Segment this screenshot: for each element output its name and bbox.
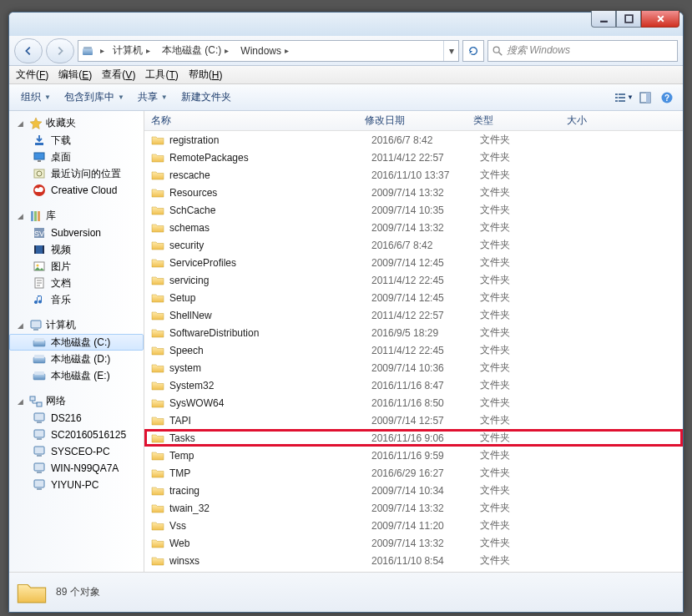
search-input[interactable]: 搜索 Windows (487, 40, 678, 62)
breadcrumb-segment[interactable]: 计算机▸ (108, 41, 157, 61)
svg-rect-43 (37, 422, 42, 423)
file-row[interactable]: SchCache2009/7/14 10:35文件夹 (144, 201, 683, 219)
help-button[interactable]: ? (656, 87, 678, 109)
file-row[interactable]: RemotePackages2011/4/12 22:57文件夹 (144, 149, 683, 166)
tree-item[interactable]: WIN-N99QA7A (9, 460, 144, 477)
column-name[interactable]: 名称 (144, 114, 358, 128)
item-icon (33, 243, 46, 256)
breadcrumb-segment[interactable]: Windows▸ (235, 41, 295, 61)
organize-button[interactable]: 组织▼ (14, 87, 58, 109)
navigation-bar: ▸ 计算机▸ 本地磁盘 (C:)▸ Windows▸ ▾ 搜索 Windows (9, 36, 683, 66)
forward-button[interactable] (46, 38, 74, 63)
expander-icon[interactable]: ◢ (18, 397, 26, 406)
tree-item[interactable]: 音乐 (9, 291, 144, 308)
tree-item[interactable]: 本地磁盘 (D:) (9, 351, 144, 367)
tree-item[interactable]: 本地磁盘 (C:) (9, 334, 144, 351)
include-in-library-button[interactable]: 包含到库中▼ (58, 87, 131, 109)
folder-icon (151, 554, 164, 568)
expander-icon[interactable]: ◢ (18, 321, 26, 330)
folder-icon (151, 186, 164, 199)
expander-icon[interactable]: ◢ (18, 119, 26, 128)
tree-item[interactable]: SYSCEO-PC (9, 443, 144, 460)
column-date[interactable]: 修改日期 (358, 114, 467, 128)
menu-h[interactable]: 帮助(H) (184, 66, 228, 83)
menu-e[interactable]: 编辑(E) (53, 66, 97, 83)
tree-item[interactable]: 桌面 (9, 149, 144, 165)
close-button[interactable] (641, 11, 679, 28)
file-row[interactable]: System322016/11/16 8:47文件夹 (144, 376, 683, 394)
tree-item[interactable]: SVSubversion (9, 225, 144, 241)
item-icon (33, 150, 46, 164)
item-icon (33, 167, 46, 180)
expander-icon[interactable]: ◢ (18, 212, 26, 220)
file-row[interactable]: Speech2011/4/12 22:45文件夹 (144, 341, 683, 359)
search-icon (492, 45, 503, 57)
file-row[interactable]: registration2016/6/7 8:42文件夹 (144, 131, 683, 149)
svg-rect-3 (83, 47, 92, 49)
file-row[interactable]: winsxs2016/11/10 8:54文件夹 (144, 552, 683, 569)
file-row[interactable]: ServiceProfiles2009/7/14 12:45文件夹 (144, 254, 683, 271)
file-row[interactable]: servicing2011/4/12 22:45文件夹 (144, 271, 683, 289)
file-row[interactable]: ShellNew2011/4/12 22:57文件夹 (144, 306, 683, 324)
tree-group-head[interactable]: ◢计算机 (9, 316, 144, 334)
preview-pane-button[interactable] (634, 87, 656, 109)
column-size[interactable]: 大小 (560, 114, 683, 128)
file-row[interactable]: Temp2016/11/16 9:59文件夹 (144, 447, 683, 464)
tree-item[interactable]: 下载 (9, 132, 144, 149)
file-row[interactable]: system2009/7/14 10:36文件夹 (144, 359, 683, 376)
tree-item[interactable]: 文档 (9, 275, 144, 291)
menu-v[interactable]: 查看(V) (97, 66, 140, 83)
menu-f[interactable]: 文件(F) (11, 66, 53, 83)
item-icon (33, 462, 46, 475)
breadcrumb[interactable]: ▸ 计算机▸ 本地磁盘 (C:)▸ Windows▸ ▾ (78, 40, 459, 62)
column-type[interactable]: 类型 (467, 114, 560, 128)
breadcrumb-dropdown[interactable]: ▾ (443, 41, 458, 61)
explorer-window: ▸ 计算机▸ 本地磁盘 (C:)▸ Windows▸ ▾ 搜索 Windows … (8, 12, 684, 613)
tree-group-head[interactable]: ◢库 (9, 207, 144, 225)
svg-rect-39 (34, 371, 44, 375)
file-row[interactable]: TMP2016/6/29 16:27文件夹 (144, 464, 683, 482)
folder-icon (151, 432, 164, 445)
navigation-pane[interactable]: ◢收藏夹下载桌面最近访问的位置Creative Cloud◢库SVSubvers… (9, 111, 144, 572)
file-row[interactable]: security2016/6/7 8:42文件夹 (144, 236, 683, 254)
file-row[interactable]: TAPI2009/7/14 12:57文件夹 (144, 412, 683, 429)
maximize-button[interactable] (616, 11, 641, 28)
minimize-button[interactable] (591, 11, 616, 28)
tree-item[interactable]: DS216 (9, 410, 144, 427)
back-button[interactable] (14, 38, 43, 63)
file-row[interactable]: Tasks2016/11/16 9:06文件夹 (144, 429, 683, 447)
refresh-button[interactable] (462, 40, 484, 62)
share-button[interactable]: 共享▼ (131, 87, 174, 109)
tree-group-head[interactable]: ◢收藏夹 (9, 114, 144, 132)
file-row[interactable]: rescache2016/11/10 13:37文件夹 (144, 166, 683, 184)
item-icon (33, 184, 46, 197)
new-folder-button[interactable]: 新建文件夹 (174, 87, 238, 109)
file-row[interactable]: Resources2009/7/14 13:32文件夹 (144, 184, 683, 201)
file-row[interactable]: schemas2009/7/14 13:32文件夹 (144, 219, 683, 236)
file-row[interactable]: tracing2009/7/14 10:34文件夹 (144, 482, 683, 499)
tree-item[interactable]: 最近访问的位置 (9, 165, 144, 182)
tree-item[interactable]: Creative Cloud (9, 182, 144, 199)
file-row[interactable]: Web2009/7/14 13:32文件夹 (144, 534, 683, 552)
menu-t[interactable]: 工具(T) (140, 66, 183, 83)
tree-item[interactable]: 图片 (9, 258, 144, 275)
file-row[interactable]: Setup2009/7/14 12:45文件夹 (144, 289, 683, 306)
file-row[interactable]: SoftwareDistribution2016/9/5 18:29文件夹 (144, 324, 683, 341)
tree-group-head[interactable]: ◢网络 (9, 392, 144, 410)
column-header[interactable]: 名称 修改日期 类型 大小 (144, 111, 683, 131)
tree-item[interactable]: YIYUN-PC (9, 477, 144, 493)
breadcrumb-segment[interactable]: 本地磁盘 (C:)▸ (157, 41, 235, 61)
chevron-right-icon[interactable]: ▸ (97, 46, 108, 55)
tree-item[interactable]: SC20160516125 (9, 427, 144, 443)
svg-rect-10 (619, 100, 625, 102)
file-row[interactable]: Vss2009/7/14 11:20文件夹 (144, 517, 683, 534)
file-row[interactable]: twain_322009/7/14 13:32文件夹 (144, 499, 683, 517)
tree-item[interactable]: 本地磁盘 (E:) (9, 367, 144, 384)
titlebar[interactable] (9, 13, 683, 36)
tree-item[interactable]: 视频 (9, 241, 144, 258)
view-options-button[interactable]: ▼ (613, 87, 634, 109)
file-list[interactable]: registration2016/6/7 8:42文件夹RemotePackag… (144, 131, 683, 572)
file-row[interactable]: SysWOW642016/11/16 8:50文件夹 (144, 394, 683, 412)
folder-icon (151, 169, 164, 182)
svg-rect-16 (34, 153, 44, 159)
